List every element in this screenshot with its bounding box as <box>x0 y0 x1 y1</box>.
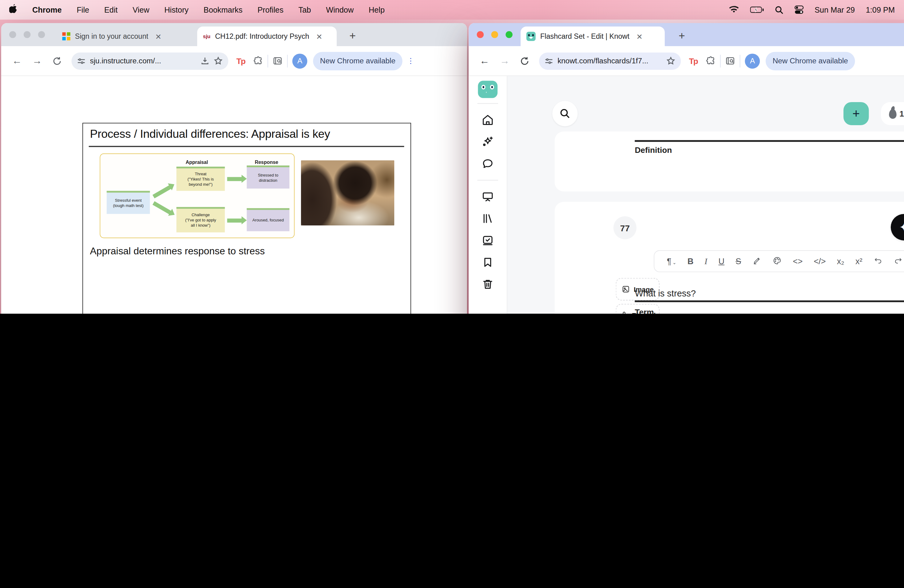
menu-bookmarks[interactable]: Bookmarks <box>204 6 243 14</box>
browser-menu-icon[interactable]: ⋮ <box>407 58 414 64</box>
node-threat: Threat ("Yikes! This is beyond me!") <box>177 167 225 191</box>
term-input[interactable]: What is stress? <box>635 288 696 299</box>
side-panel-search-icon[interactable] <box>273 56 283 66</box>
classroom-photo <box>301 160 395 225</box>
subscript-button[interactable]: x₂ <box>837 256 844 266</box>
reload-button[interactable] <box>520 56 529 65</box>
window-controls[interactable] <box>477 31 512 38</box>
wifi-icon[interactable] <box>729 6 739 14</box>
pdf-viewer: Process / Individual differences: Apprai… <box>1 76 467 314</box>
tab-ch12-pdf[interactable]: sju CH12.pdf: Introductory Psych ✕ <box>197 27 337 46</box>
ai-magic-button[interactable]: ✦ <box>891 214 904 240</box>
menu-help[interactable]: Help <box>369 6 385 14</box>
address-bar[interactable]: sju.instructure.com/... <box>72 52 228 70</box>
code-block-button[interactable]: </> <box>814 256 826 266</box>
streak-counter[interactable]: 1 <box>881 102 904 125</box>
side-panel-search-icon[interactable] <box>725 56 735 66</box>
menu-date[interactable]: Sun Mar 29 <box>814 6 855 14</box>
extension-tp-icon[interactable]: Tp <box>689 56 698 65</box>
menu-tab[interactable]: Tab <box>299 6 311 14</box>
apple-menu-icon[interactable] <box>9 4 17 16</box>
bookmark-icon[interactable] <box>477 254 499 271</box>
bold-button[interactable]: B <box>687 256 694 266</box>
bookmark-star-icon[interactable] <box>667 57 675 65</box>
paragraph-style-button[interactable]: ¶⌄ <box>667 256 676 266</box>
extension-tp-icon[interactable]: Tp <box>237 56 245 65</box>
control-center-icon[interactable] <box>795 5 804 14</box>
node-stressful-event: Stressful event (tough math test) <box>107 191 150 214</box>
back-button[interactable]: ← <box>480 55 490 67</box>
zoom-window-button[interactable] <box>38 31 45 38</box>
minimize-window-button[interactable] <box>24 31 31 38</box>
inline-code-button[interactable]: <> <box>793 256 803 266</box>
forward-button[interactable]: → <box>500 55 510 67</box>
url-text: sju.instructure.com/... <box>90 57 196 65</box>
close-window-button[interactable] <box>9 31 16 38</box>
strikethrough-button[interactable]: S <box>735 256 741 266</box>
chat-icon[interactable] <box>477 155 499 172</box>
undo-icon[interactable] <box>874 256 883 267</box>
tab-flashcard-set[interactable]: Flashcard Set - Edit | Knowt ✕ <box>521 27 665 46</box>
profile-avatar[interactable]: A <box>745 53 760 68</box>
menu-history[interactable]: History <box>164 6 189 14</box>
trash-icon[interactable] <box>477 275 499 293</box>
slide-title: Process / Individual differences: Apprai… <box>90 127 330 141</box>
tab-sign-in[interactable]: Sign in to your account ✕ <box>57 27 195 46</box>
extensions-puzzle-icon[interactable] <box>706 56 716 66</box>
back-button[interactable]: ← <box>12 55 22 67</box>
reload-button[interactable] <box>52 56 62 65</box>
highlighter-icon[interactable] <box>752 256 761 267</box>
new-chrome-chip[interactable]: New Chrome available <box>313 52 402 70</box>
text-format-toolbar: ¶⌄ B I U S <> </> x₂ x² <box>654 250 904 272</box>
create-button[interactable]: + <box>844 102 869 125</box>
superscript-button[interactable]: x² <box>855 256 863 266</box>
sju-favicon: sju <box>203 33 210 40</box>
menu-time[interactable]: 1:09 PM <box>866 6 895 14</box>
right-tab-strip: Flashcard Set - Edit | Knowt ✕ + <box>469 23 904 46</box>
address-bar[interactable]: knowt.com/flashcards/1f7... <box>539 52 681 70</box>
ai-sparkle-icon[interactable] <box>477 133 499 150</box>
battery-icon[interactable] <box>750 6 764 14</box>
tab-close-icon[interactable]: ✕ <box>314 32 325 41</box>
menu-profiles[interactable]: Profiles <box>258 6 283 14</box>
menu-app-name[interactable]: Chrome <box>32 6 62 14</box>
tab-close-icon[interactable]: ✕ <box>634 32 645 41</box>
new-tab-button[interactable]: + <box>679 29 685 43</box>
whiteboard-icon[interactable] <box>477 188 499 205</box>
knowt-logo-icon[interactable] <box>478 81 498 98</box>
term-label: Term <box>635 307 654 314</box>
zoom-window-button[interactable] <box>506 31 512 38</box>
tasks-icon[interactable] <box>477 232 499 249</box>
window-controls[interactable] <box>9 31 45 38</box>
flashcard-77: 77 ✦ ¶⌄ <box>555 202 904 314</box>
italic-button[interactable]: I <box>705 256 707 266</box>
underline-button[interactable]: U <box>719 256 725 266</box>
library-icon[interactable] <box>477 210 499 227</box>
profile-avatar[interactable]: A <box>292 53 308 68</box>
search-button[interactable] <box>552 101 578 126</box>
menu-view[interactable]: View <box>133 6 149 14</box>
menu-bar: Chrome File Edit View History Bookmarks … <box>0 0 904 20</box>
home-icon[interactable] <box>477 111 499 128</box>
extensions-puzzle-icon[interactable] <box>253 56 263 66</box>
diagram-col-appraisal: Appraisal <box>186 159 208 165</box>
pdf-slide-57: Process / Individual differences: Apprai… <box>82 123 411 314</box>
sparkle-icon: ✦ <box>899 220 904 234</box>
new-chrome-chip[interactable]: New Chrome available <box>766 52 855 70</box>
download-icon[interactable] <box>201 57 209 65</box>
new-tab-button[interactable]: + <box>349 29 356 43</box>
minimize-window-button[interactable] <box>492 31 498 38</box>
menu-file[interactable]: File <box>77 6 89 14</box>
right-browser-toolbar: ← → knowt.com/flashcards/1f7... Tp A New… <box>469 46 904 76</box>
forward-button[interactable]: → <box>32 55 42 67</box>
spotlight-icon[interactable] <box>775 6 784 14</box>
redo-icon[interactable] <box>894 256 903 267</box>
menu-edit[interactable]: Edit <box>104 6 118 14</box>
tab-close-icon[interactable]: ✕ <box>153 32 164 41</box>
bookmark-star-icon[interactable] <box>214 57 223 65</box>
color-palette-icon[interactable] <box>773 256 782 267</box>
arrow-threat-response <box>227 177 242 181</box>
card-number-badge: 77 <box>613 216 637 239</box>
menu-window[interactable]: Window <box>326 6 354 14</box>
close-window-button[interactable] <box>477 31 484 38</box>
